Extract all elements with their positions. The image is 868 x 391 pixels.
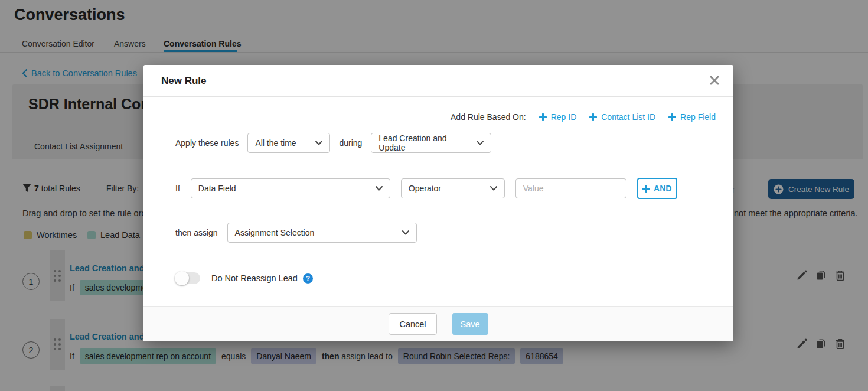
modal-header: New Rule [143,65,733,97]
do-not-reassign-toggle[interactable] [175,272,200,284]
data-field-select[interactable]: Data Field [191,178,390,198]
toggle-knob [175,271,189,285]
new-rule-modal: New Rule Add Rule Based On: Rep ID Conta… [143,65,733,341]
modal-footer: Cancel Save [143,306,733,341]
close-icon[interactable] [710,76,719,85]
assignment-value: Assignment Selection [235,228,315,237]
operator-select[interactable]: Operator [401,178,505,198]
then-assign-label: then assign [175,228,218,237]
condition-row: If Data Field Operator AND [175,178,677,199]
plus-icon [589,113,597,121]
add-rule-based-on-label: Add Rule Based On: [451,112,526,122]
do-not-reassign-label: Do Not Reassign Lead [211,273,298,283]
during-event-value: Lead Creation and Update [378,133,471,152]
data-field-value: Data Field [198,184,236,193]
add-rep-id-link[interactable]: Rep ID [539,112,577,122]
add-rule-based-on-row: Add Rule Based On: Rep ID Contact List I… [451,112,716,122]
chevron-down-icon [315,141,322,145]
apply-rules-label: Apply these rules [175,138,239,148]
add-rep-field-label: Rep Field [680,112,716,122]
plus-icon [668,113,676,121]
chevron-down-icon [376,186,383,191]
chevron-down-icon [402,230,409,235]
apply-time-select[interactable]: All the time [247,133,330,153]
and-label: AND [654,184,671,193]
during-label: during [339,138,362,148]
assignment-select[interactable]: Assignment Selection [227,223,417,243]
plus-icon [642,185,650,193]
add-contact-list-id-label: Contact List ID [601,112,655,122]
add-and-condition-button[interactable]: AND [637,178,677,199]
value-input[interactable] [515,178,626,198]
cancel-button[interactable]: Cancel [389,313,436,335]
add-rep-field-link[interactable]: Rep Field [668,112,716,122]
apply-time-value: All the time [255,138,296,148]
chevron-down-icon [490,186,497,191]
then-assign-row: then assign Assignment Selection [175,223,417,243]
chevron-down-icon [477,141,484,145]
modal-title: New Rule [161,75,207,87]
during-event-select[interactable]: Lead Creation and Update [371,133,491,153]
add-contact-list-id-link[interactable]: Contact List ID [589,112,655,122]
plus-icon [539,113,547,121]
if-label: If [175,184,180,193]
save-button[interactable]: Save [452,313,488,335]
apply-rules-row: Apply these rules All the time during Le… [175,133,491,153]
help-icon[interactable]: ? [303,273,313,284]
add-rep-id-label: Rep ID [551,112,577,122]
do-not-reassign-row: Do Not Reassign Lead ? [175,272,313,284]
operator-value: Operator [409,184,441,193]
